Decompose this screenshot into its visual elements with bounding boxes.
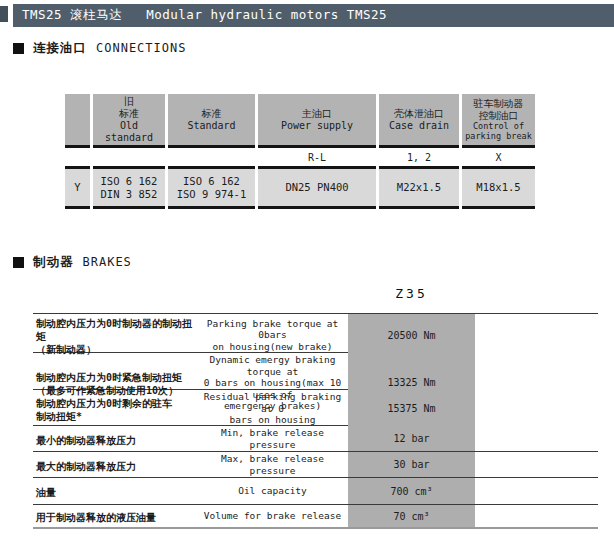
table-row: 制动腔内压力为0时制动器的制动扭矩 （新制动器） Parking brake t… [33, 313, 598, 352]
data-cell-series: Y [65, 166, 90, 209]
section-heading-brakes: 制动器 BRAKES [13, 255, 132, 269]
brakes-row-label-cn: 制动腔内压力为0时剩余的驻车 制动扭矩* [33, 390, 197, 427]
brakes-row-value: 15375 Nm [348, 390, 475, 427]
connections-port-row: R-L 1, 2 X [65, 148, 535, 166]
brakes-row-label-en: Volume for brake release [197, 505, 348, 527]
header-cell-standard: 标准 Standard [168, 94, 255, 148]
data-cell-parking-brake: M18x1.5 [462, 166, 535, 209]
header-cell-main-text: 驻车制动器 控制油口 [474, 98, 524, 122]
brakes-row-label-cn: 最小的制动器释放压力 [33, 426, 197, 451]
brakes-row-label-cn: 制动腔内压力为0时制动器的制动扭矩 （新制动器） [33, 314, 197, 356]
square-bullet-icon [13, 43, 24, 54]
table-row: 制动腔内压力为0时剩余的驻车 制动扭矩* Residual parking br… [33, 389, 598, 425]
section-heading-connections: 连接油口 CONNECTIONS [13, 41, 186, 55]
brakes-row-value: 20500 Nm [348, 314, 475, 356]
port-cell [93, 148, 165, 166]
datasheet-page: TMS25 滚柱马达 Modular hydraulic motors TMS2… [0, 0, 614, 541]
header-cell-blank [65, 94, 90, 148]
table-row: 用于制动器释放的液压油量 Volume for brake release 70… [33, 504, 598, 527]
connections-data-row: Y ISO 6 162 DIN 3 852 ISO 6 162 ISO 9 97… [65, 166, 535, 209]
brakes-row-label-en: Min, brake release pressure [197, 426, 348, 451]
brakes-row-value: 700 cm³ [348, 478, 475, 504]
section-heading-en: CONNECTIONS [96, 41, 186, 55]
brakes-column-label: Z35 [348, 286, 475, 301]
brakes-row-value: 12 bar [348, 426, 475, 451]
port-cell [65, 148, 90, 166]
brakes-row-empty-cell [475, 426, 598, 451]
port-cell-case-drain: 1, 2 [379, 148, 459, 166]
table-row: 制动腔内压力为0时紧急制动扭矩 （最多可作紧急制动使用10次） Dynamic … [33, 352, 598, 389]
header-cell-case-drain: 壳体泄油口 Case drain [379, 94, 459, 148]
port-cell-power-supply: R-L [258, 148, 376, 166]
connections-header-row: 旧 标准 Old standard 标准 Standard 主油口 Power … [65, 94, 535, 148]
brakes-row-label-en: Oil capacity [197, 478, 348, 504]
brakes-row-empty-cell [475, 505, 598, 527]
section-heading-cn: 制动器 [33, 254, 74, 271]
section-heading-cn: 连接油口 [33, 40, 87, 57]
brakes-row-empty-cell [475, 314, 598, 356]
table-row: 最小的制动器释放压力 Min, brake release pressure 1… [33, 425, 598, 451]
header-cell-power-supply: 主油口 Power supply [258, 94, 376, 148]
connections-table: 旧 标准 Old standard 标准 Standard 主油口 Power … [65, 94, 535, 209]
brakes-row-empty-cell [475, 478, 598, 504]
data-cell-standard: ISO 6 162 ISO 9 974-1 [168, 166, 255, 209]
square-bullet-icon [13, 257, 24, 268]
header-cell-sub-text: Control of parking break [465, 122, 532, 141]
section-heading-en: BRAKES [83, 255, 132, 269]
brakes-row-empty-cell [475, 452, 598, 477]
table-row: 最大的制动器释放压力 Max, brake release pressure 3… [33, 451, 598, 477]
brakes-row-value: 30 bar [348, 452, 475, 477]
page-edge-mark [0, 6, 8, 22]
brakes-row-label-en: Max, brake release pressure [197, 452, 348, 477]
port-cell-parking-brake: X [462, 148, 535, 166]
header-cell-old-standard: 旧 标准 Old standard [93, 94, 165, 148]
brakes-table: 制动腔内压力为0时制动器的制动扭矩 （新制动器） Parking brake t… [33, 313, 598, 529]
brakes-row-value: 70 cm³ [348, 505, 475, 527]
port-cell [168, 148, 255, 166]
brakes-row-label-cn: 用于制动器释放的液压油量 [33, 505, 197, 527]
brakes-row-label-en: Residual parking braking at 0 bars on ho… [197, 390, 348, 427]
page-title: TMS25 滚柱马达 Modular hydraulic motors TMS2… [13, 4, 614, 27]
brakes-row-empty-cell [475, 390, 598, 427]
data-cell-old-standard: ISO 6 162 DIN 3 852 [93, 166, 165, 209]
data-cell-case-drain: M22x1.5 [379, 166, 459, 209]
brakes-row-label-cn: 油量 [33, 478, 197, 504]
header-cell-parking-brake-control: 驻车制动器 控制油口 Control of parking break [462, 94, 535, 148]
brakes-row-label-cn: 最大的制动器释放压力 [33, 452, 197, 477]
table-row: 油量 Oil capacity 700 cm³ [33, 477, 598, 504]
brakes-row-label-en: Parking brake torque at 0bars on housing… [197, 314, 348, 356]
data-cell-power-supply: DN25 PN400 [258, 166, 376, 209]
